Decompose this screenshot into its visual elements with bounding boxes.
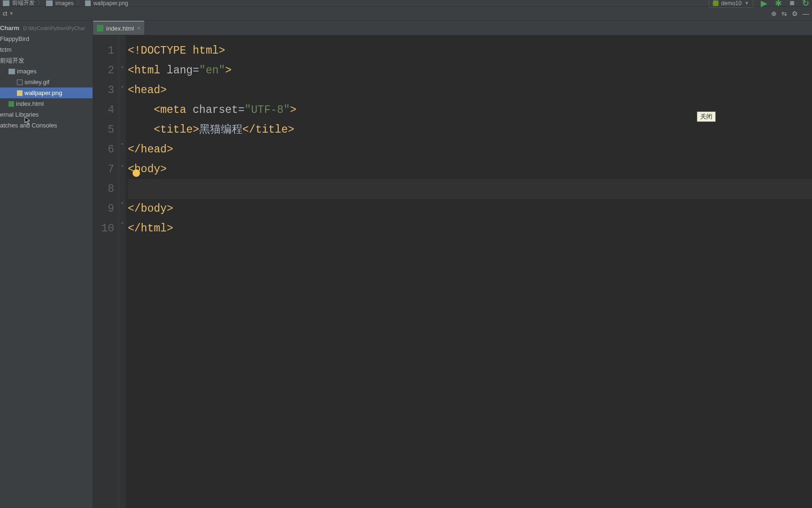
breadcrumb-bar: 前端开发 〉 images 〉 wallpaper.png demo10 ▼ ▶… [0,0,812,7]
chevron-down-icon: ▼ [9,11,14,16]
tree-section[interactable]: atches and Consoles [0,120,93,131]
tree-file[interactable]: smiley.gif [0,77,93,87]
intention-bulb-icon[interactable] [133,169,140,177]
stop-icon[interactable]: ■ [789,0,795,8]
tree-folder[interactable]: tctm [0,44,93,55]
close-icon[interactable]: × [137,24,141,32]
project-tree[interactable]: Charm D:\MyCode\Python\PyChar FlappyBird… [0,21,93,508]
fold-icon[interactable]: ⌃ [120,143,125,147]
chevron-right-icon: 〉 [77,0,82,7]
editor-tab[interactable]: index.html × [93,21,144,35]
tree-folder[interactable]: FlappyBird [0,33,93,44]
project-dropdown[interactable]: ct ▼ [3,10,14,17]
tree-root[interactable]: Charm D:\MyCode\Python\PyChar [0,23,93,33]
file-icon [85,0,91,6]
editor-tabs: index.html × [93,21,812,35]
folder-icon [46,0,53,6]
collapse-icon[interactable]: — [803,10,809,17]
fold-icon[interactable]: ⌃ [120,222,125,226]
expand-icon[interactable]: ⇆ [781,10,787,17]
breadcrumb-item[interactable]: images [55,0,74,7]
run-icon[interactable]: ▶ [761,0,767,8]
fold-icon[interactable]: ⌄ [120,162,125,167]
fold-strip: ⌄ ⌄ ⌃ ⌄ ⌃ ⌃ [119,35,126,508]
breadcrumb-item[interactable]: wallpaper.png [94,0,128,7]
html-icon [8,101,14,107]
run-config-selector[interactable]: demo10 ▼ [709,0,753,8]
breadcrumb-item[interactable]: 前端开发 [12,0,35,7]
tree-file[interactable]: index.html [0,98,93,109]
chevron-right-icon: 〉 [38,0,43,7]
debug-icon[interactable]: ✱ [775,0,782,8]
python-icon [713,0,718,6]
editor-pane: index.html × 1 2 3 4 5 6 7 8 9 10 ⌄ ⌄ ⌃ … [93,21,812,508]
sync-icon[interactable]: ↻ [802,0,809,8]
code-area[interactable]: 1 2 3 4 5 6 7 8 9 10 ⌄ ⌄ ⌃ ⌄ ⌃ ⌃ <!DOCTY… [93,35,812,508]
locate-icon[interactable]: ⊕ [771,10,777,17]
image-icon [17,90,23,96]
code-content[interactable]: <!DOCTYPE html> <html lang="en"> <head> … [126,35,812,508]
chevron-down-icon: ▼ [744,0,749,6]
fold-icon[interactable]: ⌃ [120,202,125,206]
current-line [128,179,812,199]
run-config-name: demo10 [721,0,742,7]
html-icon [97,25,103,32]
file-icon [17,79,23,85]
fold-icon[interactable]: ⌄ [120,64,125,68]
folder-icon [3,0,9,6]
line-gutter: 1 2 3 4 5 6 7 8 9 10 [93,35,119,508]
settings-icon[interactable]: ⚙ [792,10,798,17]
tree-file-selected[interactable]: wallpaper.png [0,87,93,98]
folder-icon [8,69,15,74]
tooltip: 关闭 [697,111,716,122]
project-toolbar: ct ▼ ⊕ ⇆ ⚙ — [0,7,812,21]
tree-folder[interactable]: images [0,66,93,77]
fold-icon[interactable]: ⌄ [120,83,125,88]
tree-folder[interactable]: 前端开发 [0,55,93,66]
tree-section[interactable]: ernal Libraries [0,109,93,120]
